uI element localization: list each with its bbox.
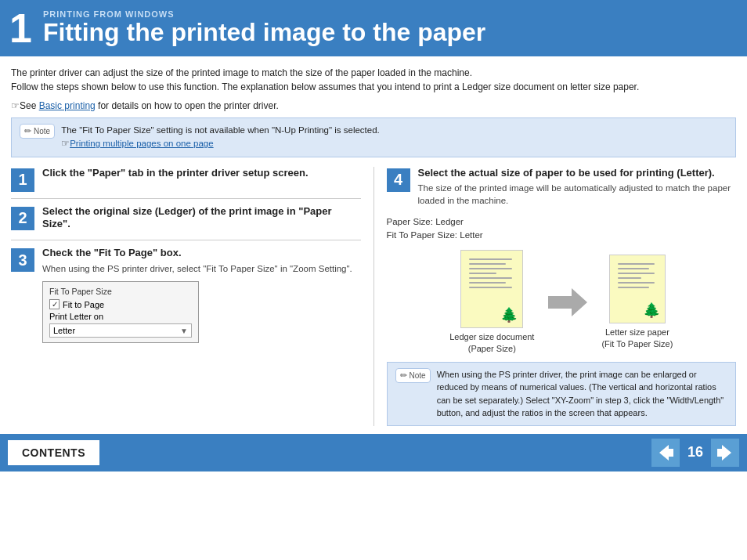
fit-to-page-checkbox[interactable]: ✓: [49, 299, 60, 309]
right-note-pencil-icon: ✏: [400, 370, 407, 381]
chapter-number: 1: [9, 8, 32, 49]
step-4-number: 4: [387, 168, 410, 192]
select-value: Letter: [53, 326, 75, 335]
line-5: [469, 277, 512, 279]
ledger-tree-icon: 🌲: [500, 306, 518, 323]
line-1: [618, 263, 655, 265]
letter-caption: Letter size paper (Fit To Paper Size): [601, 327, 673, 351]
step-3: 3 Check the "Fit To Page" box. When usin…: [11, 247, 361, 349]
next-arrow-icon: [714, 442, 736, 464]
see-link-line: ☞See Basic printing for details on how t…: [11, 100, 736, 111]
arrow-right-icon: [548, 288, 587, 316]
line-1: [469, 258, 512, 260]
print-on-label: Print Letter on: [49, 312, 103, 321]
step-3-desc: When using the PS printer driver, select…: [42, 262, 361, 275]
ledger-caption: Ledger size document (Paper Size): [449, 331, 534, 356]
note-pencil-icon: ✏: [24, 126, 31, 136]
footer-nav: 16: [651, 439, 739, 467]
svg-marker-0: [548, 288, 587, 316]
step-4-title: Select the actual size of paper to be us…: [418, 167, 737, 180]
step-2-title: Select the original size (Ledger) of the…: [42, 205, 361, 232]
step-1-number: 1: [11, 168, 34, 192]
step-2: 2 Select the original size (Ledger) of t…: [11, 205, 361, 241]
line-4: [469, 273, 496, 274]
prev-page-button[interactable]: [651, 439, 680, 467]
main-content: The printer driver can adjust the size o…: [0, 56, 747, 426]
next-page-button[interactable]: [711, 439, 739, 467]
page-number: 16: [687, 444, 703, 461]
step-1-content: Click the "Paper" tab in the printer dri…: [42, 167, 361, 192]
header-text-block: PRINTING FROM WINDOWS Fitting the printe…: [43, 9, 485, 46]
select-arrow-icon: ▼: [180, 327, 188, 335]
line-2: [469, 263, 505, 265]
page-header: 1 PRINTING FROM WINDOWS Fitting the prin…: [0, 0, 747, 56]
step-3-content: Check the "Fit To Page" box. When using …: [42, 247, 361, 343]
left-column: 1 Click the "Paper" tab in the printer d…: [11, 167, 374, 426]
svg-marker-1: [659, 445, 673, 461]
fit-to-paper-dialog: Fit To Paper Size ✓ Fit to Page Print Le…: [42, 281, 199, 343]
paper-illustration: 🌲 Ledger size document (Paper Size): [387, 250, 737, 356]
letter-select[interactable]: Letter ▼: [49, 323, 192, 338]
line-3: [469, 268, 512, 269]
dialog-title: Fit To Paper Size: [49, 287, 192, 296]
right-note-content: When using the PS printer driver, the pr…: [437, 368, 727, 420]
dialog-checkbox-row: ✓ Fit to Page: [49, 299, 192, 309]
letter-paper-group: 🌲 Letter size paper (Fit To Paper Size): [601, 255, 673, 351]
intro-text: The printer driver can adjust the size o…: [11, 66, 736, 94]
step-4-desc: The size of the printed image will be au…: [418, 182, 737, 207]
step-3-title: Check the "Fit To Page" box.: [42, 247, 361, 260]
line-6: [469, 282, 505, 284]
svg-marker-2: [717, 445, 731, 461]
header-title: Fitting the printed image to the paper: [43, 19, 485, 46]
dialog-print-on-row: Print Letter on: [49, 312, 192, 321]
step-4: 4 Select the actual size of paper to be …: [387, 167, 737, 212]
line-5: [618, 282, 655, 284]
line-2: [618, 268, 649, 269]
step-1-title: Click the "Paper" tab in the printer dri…: [42, 167, 361, 180]
right-note-box: ✏ Note When using the PS printer driver,…: [387, 362, 737, 426]
line-4: [618, 277, 641, 279]
step-2-content: Select the original size (Ledger) of the…: [42, 205, 361, 234]
basic-printing-link[interactable]: Basic printing: [39, 100, 96, 111]
two-column-layout: 1 Click the "Paper" tab in the printer d…: [11, 167, 736, 426]
ledger-paper-group: 🌲 Ledger size document (Paper Size): [449, 250, 534, 356]
fit-to-page-label: Fit to Page: [63, 300, 104, 309]
step-1: 1 Click the "Paper" tab in the printer d…: [11, 167, 361, 199]
contents-button[interactable]: CONTENTS: [8, 440, 99, 465]
right-note-badge: ✏ Note: [395, 368, 431, 383]
letter-tree-icon: 🌲: [643, 302, 660, 319]
paper-sizes-text: Paper Size: Ledger Fit To Paper Size: Le…: [387, 215, 737, 243]
step-4-content: Select the actual size of paper to be us…: [418, 167, 737, 212]
page-footer: CONTENTS 16: [0, 434, 747, 471]
note-content: The "Fit To Paper Size" setting is not a…: [61, 124, 380, 151]
step-2-number: 2: [11, 207, 34, 230]
right-column: 4 Select the actual size of paper to be …: [374, 167, 737, 426]
ledger-paper: 🌲: [460, 250, 523, 328]
letter-paper: 🌲: [609, 255, 666, 323]
step-3-number: 3: [11, 248, 34, 272]
line-6: [618, 287, 649, 288]
line-7: [469, 287, 512, 288]
line-3: [618, 273, 655, 274]
note-badge: ✏ Note: [20, 124, 55, 139]
note-box: ✏ Note The "Fit To Paper Size" setting i…: [11, 117, 736, 157]
prev-arrow-icon: [655, 442, 677, 464]
n-up-link[interactable]: Printing multiple pages on one page: [70, 139, 214, 148]
